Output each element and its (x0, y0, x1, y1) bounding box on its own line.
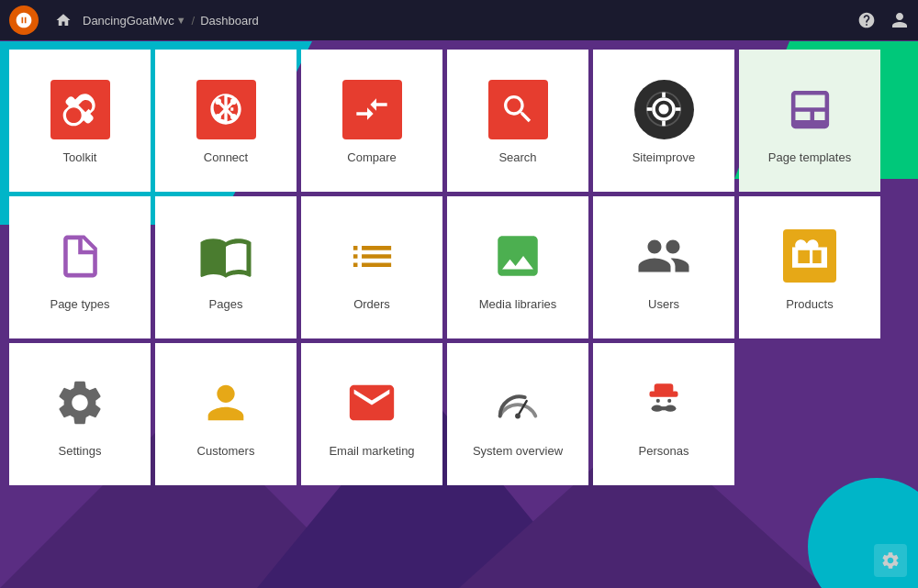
compare-icon (353, 91, 390, 128)
home-nav-item[interactable] (48, 12, 83, 28)
toolkit-label: Toolkit (63, 150, 97, 164)
toolkit-icon-container (48, 77, 112, 141)
products-icon-container (778, 224, 842, 288)
tile-system-overview[interactable]: System overview (447, 343, 588, 485)
connect-icon-container (194, 77, 258, 141)
logo[interactable] (9, 6, 39, 35)
search-icon (499, 91, 536, 128)
personas-icon (635, 374, 692, 431)
page-types-icon-container (48, 224, 112, 288)
tile-personas[interactable]: Personas (593, 343, 734, 485)
tile-orders[interactable]: Orders (301, 196, 442, 338)
topbar-nav: DancingGoatMvc ▼ / Dashboard (48, 12, 259, 28)
pages-label: Pages (209, 297, 243, 311)
settings-icon (53, 376, 106, 429)
media-libraries-icon (491, 229, 544, 283)
svg-rect-15 (655, 383, 674, 393)
compare-icon-container (340, 77, 404, 141)
tile-users[interactable]: Users (593, 196, 734, 338)
tile-media-libraries[interactable]: Media libraries (447, 196, 588, 338)
toolkit-icon (62, 91, 98, 128)
page-types-icon (55, 231, 106, 282)
products-label: Products (786, 297, 833, 311)
topbar: DancingGoatMvc ▼ / Dashboard (0, 0, 918, 40)
system-overview-label: System overview (473, 444, 563, 458)
svg-point-20 (667, 399, 671, 403)
user-icon[interactable] (890, 11, 909, 29)
tile-toolkit[interactable]: Toolkit (9, 50, 151, 192)
svg-rect-18 (661, 406, 666, 410)
tile-siteimprove[interactable]: Siteimprove (593, 50, 734, 192)
topbar-actions (857, 11, 909, 29)
personas-icon-container (632, 371, 696, 435)
tile-customers[interactable]: Customers (155, 343, 297, 485)
pages-icon (198, 228, 253, 283)
users-icon (636, 228, 691, 283)
page-templates-label: Page templates (768, 150, 851, 164)
email-marketing-icon (345, 376, 398, 429)
tiles-grid: Toolkit Connect (0, 40, 867, 494)
svg-point-13 (515, 414, 521, 419)
logo-icon (15, 11, 33, 29)
settings-icon-container (48, 371, 112, 435)
search-label: Search (498, 150, 536, 164)
orders-label: Orders (353, 297, 390, 311)
tile-email-marketing[interactable]: Email marketing (301, 343, 442, 485)
tile-settings[interactable]: Settings (9, 343, 151, 485)
email-marketing-label: Email marketing (329, 444, 414, 458)
tile-pages[interactable]: Pages (155, 196, 297, 338)
connect-label: Connect (204, 150, 248, 164)
customers-icon (199, 376, 252, 429)
site-name[interactable]: DancingGoatMvc (83, 14, 174, 28)
tile-search[interactable]: Search (447, 50, 588, 192)
siteimprove-label: Siteimprove (633, 150, 696, 164)
orders-icon-container (340, 224, 404, 288)
help-icon[interactable] (857, 11, 876, 29)
tile-compare[interactable]: Compare (301, 50, 442, 192)
svg-point-7 (659, 105, 669, 115)
breadcrumb: DancingGoatMvc ▼ / Dashboard (83, 14, 259, 28)
svg-point-19 (656, 399, 660, 403)
siteimprove-icon (644, 89, 684, 129)
search-icon-container (486, 77, 550, 141)
gauge-icon (491, 376, 544, 429)
media-libraries-label: Media libraries (479, 297, 557, 311)
page-templates-icon-container (778, 77, 842, 141)
email-marketing-icon-container (340, 371, 404, 435)
products-icon (792, 239, 827, 273)
siteimprove-icon-container (632, 77, 696, 141)
page-templates-icon (785, 84, 835, 135)
users-label: Users (648, 297, 679, 311)
page-types-label: Page types (50, 297, 109, 311)
bottom-settings-button[interactable] (874, 544, 907, 577)
orders-icon (347, 231, 397, 282)
tile-connect[interactable]: Connect (155, 50, 297, 192)
pages-icon-container (194, 224, 258, 288)
customers-label: Customers (197, 444, 255, 458)
settings-label: Settings (59, 444, 102, 458)
bottom-gear-icon (880, 550, 901, 571)
tile-products[interactable]: Products (739, 196, 880, 338)
compare-label: Compare (347, 150, 396, 164)
dashboard: Toolkit Connect (0, 40, 918, 494)
system-overview-icon-container (486, 371, 550, 435)
personas-label: Personas (639, 444, 689, 458)
home-icon (55, 12, 72, 28)
media-libraries-icon-container (486, 224, 550, 288)
connect-icon (207, 91, 244, 128)
page-title: Dashboard (200, 14, 259, 28)
users-icon-container (632, 224, 696, 288)
customers-icon-container (194, 371, 258, 435)
tile-page-types[interactable]: Page types (9, 196, 151, 338)
tile-page-templates[interactable]: Page templates (739, 50, 880, 192)
